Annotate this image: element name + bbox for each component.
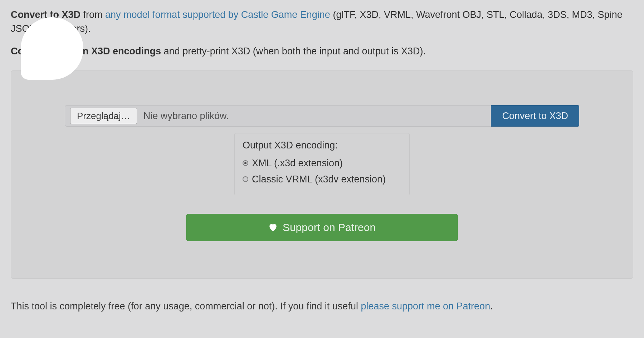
- intro-link-formats[interactable]: any model format supported by Castle Gam…: [105, 9, 330, 20]
- browse-button[interactable]: Przeglądaj…: [70, 108, 137, 124]
- file-status-text: Nie wybrano plików.: [143, 109, 229, 123]
- footer-patreon-link[interactable]: please support me on Patreon: [361, 301, 490, 312]
- patreon-label: Support on Patreon: [283, 220, 376, 235]
- file-input-row: Przeglądaj… Nie wybrano plików. Convert …: [65, 105, 579, 127]
- footer-paragraph: This tool is completely free (for any us…: [11, 299, 633, 313]
- radio-option-classic-vrml[interactable]: Classic VRML (x3dv extension): [243, 172, 401, 186]
- encoding-options-box: Output X3D encoding: XML (.x3d extension…: [234, 133, 410, 195]
- radio-option-xml[interactable]: XML (.x3d extension): [243, 156, 401, 170]
- radio-dot-icon: [243, 160, 248, 166]
- convert-button[interactable]: Convert to X3D: [491, 105, 579, 127]
- radio-label: Classic VRML (x3dv extension): [252, 172, 386, 186]
- radio-label: XML (.x3d extension): [252, 156, 343, 170]
- intro-paragraph-1: Convert to X3D from any model format sup…: [11, 8, 633, 36]
- intro-paragraph-2: Convert between X3D encodings and pretty…: [11, 44, 633, 58]
- convert-panel: Przeglądaj… Nie wybrano plików. Convert …: [11, 70, 633, 278]
- heart-icon: [268, 223, 278, 232]
- file-input-field[interactable]: Przeglądaj… Nie wybrano plików.: [65, 105, 491, 127]
- encoding-heading: Output X3D encoding:: [243, 138, 401, 152]
- radio-dot-icon: [243, 176, 248, 182]
- support-patreon-button[interactable]: Support on Patreon: [186, 214, 458, 241]
- patreon-widget-blob[interactable]: [21, 17, 83, 80]
